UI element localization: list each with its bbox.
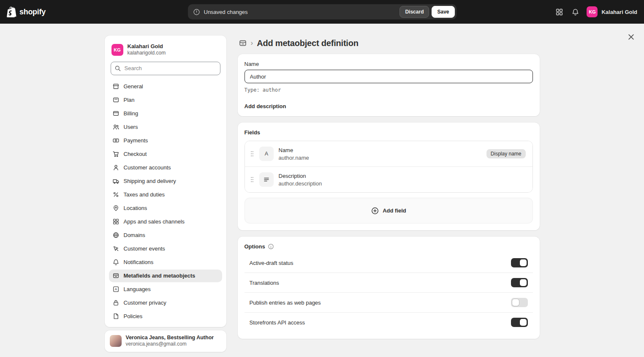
notifications-bell-icon[interactable] bbox=[571, 7, 580, 16]
shipping-icon bbox=[112, 177, 120, 185]
sidebar-item-customer-privacy[interactable]: Customer privacy bbox=[109, 297, 222, 309]
drag-handle-icon[interactable] bbox=[250, 150, 254, 157]
option-row-translations: Translations bbox=[245, 273, 533, 292]
toggle-knob bbox=[520, 319, 527, 326]
sidebar-item-label: Plan bbox=[124, 97, 135, 103]
sidebar-item-apps-and-sales-channels[interactable]: Apps and sales channels bbox=[109, 215, 222, 228]
topbar: shopify Unsaved changes Discard Save KG … bbox=[0, 0, 644, 24]
name-card: Name Type: author Add description bbox=[238, 54, 540, 116]
field-row-description[interactable]: Descriptionauthor.description bbox=[245, 166, 533, 192]
sidebar-item-label: Customer privacy bbox=[124, 300, 166, 306]
sidebar-item-label: Languages bbox=[124, 286, 151, 292]
sidebar-nav: GeneralPlanBillingUsersPaymentsCheckoutC… bbox=[109, 80, 222, 323]
toggle-publish-entries-as-web-pages[interactable] bbox=[511, 298, 528, 307]
search-icon bbox=[114, 65, 121, 72]
shopify-logo[interactable]: shopify bbox=[7, 6, 46, 17]
settings-layout: KG Kalahari Gold kalaharigold.com Genera… bbox=[105, 24, 540, 352]
sidebar-item-shipping-and-delivery[interactable]: Shipping and delivery bbox=[109, 175, 222, 188]
sidebar-card: KG Kalahari Gold kalaharigold.com Genera… bbox=[105, 35, 226, 327]
sidebar-item-label: Customer accounts bbox=[124, 164, 171, 171]
customer-accounts-icon bbox=[112, 164, 120, 171]
sidebar-item-metafields-and-metaobjects[interactable]: Metafields and metaobjects bbox=[109, 270, 222, 282]
sidebar-item-payments[interactable]: Payments bbox=[109, 134, 222, 147]
unsaved-changes-bar: Unsaved changes Discard Save bbox=[188, 4, 457, 19]
user-email: veronica.jeans@gmail.com bbox=[126, 341, 214, 348]
account-menu[interactable]: KG Kalahari Gold bbox=[587, 6, 637, 17]
apps-icon bbox=[112, 218, 120, 225]
user-avatar bbox=[110, 335, 122, 347]
user-profile-card[interactable]: Veronica Jeans, Bestselling Author veron… bbox=[105, 330, 226, 352]
sidebar-item-customer-events[interactable]: Customer events bbox=[109, 243, 222, 255]
policies-icon bbox=[112, 313, 120, 320]
chevron-right-icon: › bbox=[251, 39, 253, 46]
sidebar-item-label: Apps and sales channels bbox=[124, 218, 185, 225]
store-avatar: KG bbox=[111, 44, 123, 56]
plan-icon bbox=[112, 96, 120, 104]
taxes-icon bbox=[112, 191, 120, 198]
payments-icon bbox=[112, 137, 120, 144]
toggle-knob bbox=[520, 259, 527, 266]
account-name: Kalahari Gold bbox=[601, 9, 637, 15]
privacy-icon bbox=[112, 299, 120, 306]
field-name: Name bbox=[279, 147, 309, 153]
sidebar-item-label: General bbox=[124, 83, 143, 90]
toggle-active-draft-status[interactable] bbox=[511, 258, 528, 267]
sidebar-item-label: Notifications bbox=[124, 259, 154, 265]
sidebar-item-locations[interactable]: Locations bbox=[109, 202, 222, 215]
save-button[interactable]: Save bbox=[432, 6, 454, 18]
sidebar-item-label: Domains bbox=[124, 232, 145, 238]
settings-content: › Add metaobject definition Name Type: a… bbox=[238, 35, 540, 345]
sidebar-item-label: Policies bbox=[124, 313, 143, 319]
sidebar-item-taxes-and-duties[interactable]: Taxes and duties bbox=[109, 188, 222, 201]
sidebar-item-label: Metafields and metaobjects bbox=[124, 273, 196, 279]
billing-icon bbox=[112, 110, 120, 117]
sidebar-item-domains[interactable]: Domains bbox=[109, 229, 222, 242]
add-field-label: Add field bbox=[383, 207, 406, 214]
toggle-storefronts-api-access[interactable] bbox=[511, 318, 528, 327]
multi-line-text-icon bbox=[259, 172, 274, 187]
metaobjects-icon[interactable] bbox=[239, 39, 247, 47]
single-line-text-icon: A bbox=[259, 147, 274, 161]
apps-grid-icon[interactable] bbox=[554, 7, 564, 16]
search-input[interactable] bbox=[111, 62, 220, 75]
options-list: Active-draft statusTranslationsPublish e… bbox=[245, 253, 533, 332]
name-input[interactable] bbox=[245, 70, 533, 83]
sidebar-item-customer-accounts[interactable]: Customer accounts bbox=[109, 161, 222, 174]
close-settings-button[interactable] bbox=[625, 30, 637, 43]
checkout-icon bbox=[112, 150, 120, 158]
option-label: Storefronts API access bbox=[250, 319, 305, 326]
sidebar-item-billing[interactable]: Billing bbox=[109, 107, 222, 120]
settings-sidebar: KG Kalahari Gold kalaharigold.com Genera… bbox=[105, 35, 226, 352]
add-description-button[interactable]: Add description bbox=[245, 103, 286, 109]
sidebar-item-label: Shipping and delivery bbox=[124, 178, 176, 184]
store-icon bbox=[112, 83, 120, 90]
domains-icon bbox=[112, 232, 120, 239]
sidebar-search bbox=[111, 62, 220, 75]
notifications-icon bbox=[112, 259, 120, 266]
sidebar-item-label: Customer events bbox=[124, 245, 165, 252]
info-circle-icon[interactable] bbox=[268, 243, 274, 250]
toggle-translations[interactable] bbox=[511, 278, 528, 287]
page-title: Add metaobject definition bbox=[257, 38, 359, 48]
sidebar-item-label: Payments bbox=[124, 137, 148, 144]
sidebar-item-checkout[interactable]: Checkout bbox=[109, 148, 222, 161]
sidebar-item-general[interactable]: General bbox=[109, 80, 222, 93]
add-field-button[interactable]: Add field bbox=[245, 198, 533, 223]
sidebar-item-notifications[interactable]: Notifications bbox=[109, 256, 222, 269]
alert-circle-icon bbox=[193, 8, 200, 16]
locations-icon bbox=[112, 204, 120, 212]
users-icon bbox=[112, 123, 120, 131]
sidebar-item-users[interactable]: Users bbox=[109, 121, 222, 134]
sidebar-item-label: Users bbox=[124, 124, 138, 130]
sidebar-item-label: Locations bbox=[124, 205, 147, 211]
option-label: Publish entries as web pages bbox=[250, 300, 321, 306]
shopify-wordmark: shopify bbox=[19, 8, 46, 16]
sidebar-item-policies[interactable]: Policies bbox=[109, 310, 222, 323]
customer-events-icon bbox=[112, 245, 120, 252]
user-name: Veronica Jeans, Bestselling Author bbox=[126, 335, 214, 341]
drag-handle-icon[interactable] bbox=[250, 176, 254, 183]
discard-button[interactable]: Discard bbox=[399, 6, 429, 18]
sidebar-item-languages[interactable]: ALanguages bbox=[109, 283, 222, 296]
sidebar-item-plan[interactable]: Plan bbox=[109, 94, 222, 106]
field-row-name[interactable]: ANameauthor.nameDisplay name bbox=[245, 141, 533, 166]
